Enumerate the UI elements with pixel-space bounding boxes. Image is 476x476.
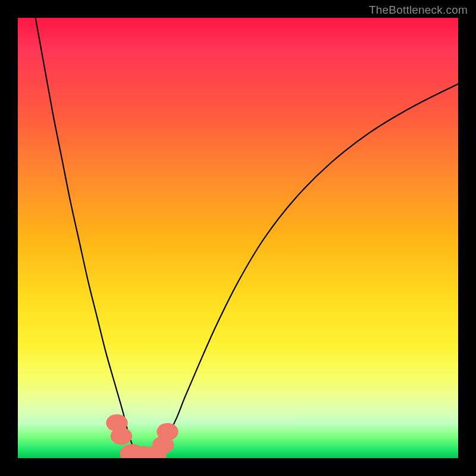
marker-group (106, 414, 178, 458)
curve-layer (18, 18, 458, 458)
curve-right-branch (159, 84, 458, 449)
marker-dot (156, 423, 178, 440)
watermark-text: TheBottleneck.com (369, 4, 468, 17)
plot-area (18, 18, 458, 458)
curve-left-branch (36, 18, 137, 454)
marker-dot (111, 427, 132, 444)
chart-container: TheBottleneck.com (0, 0, 476, 476)
